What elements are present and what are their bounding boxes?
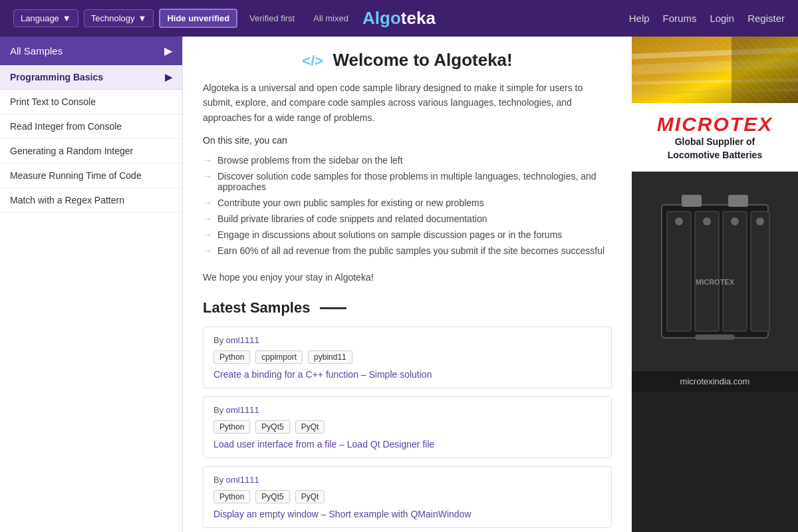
sample-tags-2: Python PyQt5 PyQt [213,420,601,434]
sample-author-link-3[interactable]: oml1111 [226,475,259,485]
chevron-right-icon: ▶ [164,45,172,57]
nav-forums[interactable]: Forums [663,13,697,24]
all-samples-label: All Samples [10,45,63,57]
tag-python: Python [213,350,250,364]
svg-text:MICROTEX: MICROTEX [696,278,735,286]
tag-pyqt5: PyQt5 [255,420,289,434]
tag-pybind11: pybind11 [308,350,352,364]
tag-python: Python [213,420,250,434]
logo-teka: teka [401,8,436,28]
sample-link-2: Load user interface from a file – Load Q… [213,439,601,450]
sample-title-link-2[interactable]: Load user interface from a file – Load Q… [213,439,434,450]
sidebar-item-label: Print Text to Console [10,96,96,107]
nav-login[interactable]: Login [710,13,734,24]
language-dropdown[interactable]: Language ▼ [13,9,78,27]
svg-point-16 [756,217,764,225]
arrow-icon: → [203,213,212,224]
main-layout: All Samples ▶ Programming Basics ▶ Print… [0,37,798,532]
tag-pyqt5: PyQt5 [255,490,289,503]
sidebar-item-label: Measure Running Time of Code [10,170,142,181]
sample-link-3: Display an empty window – Short example … [213,509,601,519]
header-left: Language ▼ Technology ▼ Hide unverified … [13,9,355,28]
feature-item-3: →Contribute your own public samples for … [203,195,612,211]
arrow-icon: → [203,155,212,166]
sample-title-link-3[interactable]: Display an empty window – Short example … [213,509,471,519]
arrow-icon: → [203,171,212,182]
technology-label: Technology [91,13,135,23]
sidebar-item-random-integer[interactable]: Generating a Random Integer [0,139,182,164]
nav-register[interactable]: Register [747,13,785,24]
header-nav: Help Forums Login Register [629,13,785,24]
by-label: By [213,335,223,345]
svg-line-4 [632,90,798,93]
svg-point-13 [675,217,683,225]
svg-line-2 [632,63,798,70]
svg-rect-0 [632,37,798,103]
sidebar-section-programming-basics[interactable]: Programming Basics ▶ [0,65,182,90]
ad-website: microtexindia.com [680,376,750,386]
sample-tags-3: Python PyQt5 PyQt [213,490,601,503]
by-label: By [213,405,223,415]
sidebar-item-label: Generating a Random Integer [10,146,133,156]
chevron-down-icon: ▼ [63,13,71,23]
all-mixed-button[interactable]: All mixed [307,10,355,27]
chevron-down-icon: ▼ [138,13,147,23]
ad-brand-name: MICROTEX [642,113,788,136]
sidebar-item-label: Read Integer from Console [10,121,122,132]
sample-card-2: By oml1111 Python PyQt5 PyQt Load user i… [203,396,612,458]
feature-text: Engage in discussions about solutions on… [217,229,562,240]
nav-help[interactable]: Help [629,13,650,24]
welcome-description: Algoteka is a universal and open code sa… [203,80,612,125]
sidebar-item-read-integer[interactable]: Read Integer from Console [0,114,182,139]
svg-line-1 [632,50,798,57]
header: Language ▼ Technology ▼ Hide unverified … [0,0,798,37]
tag-pyqt: PyQt [295,420,325,434]
hide-unverified-button[interactable]: Hide unverified [159,9,237,28]
feature-item-6: →Earn 60% of all ad revenue from the pub… [203,243,612,259]
feature-text: Browse problems from the sidebar on the … [217,155,403,166]
feature-item-4: →Build private libraries of code snippet… [203,211,612,227]
sample-author-link-1[interactable]: oml1111 [226,335,259,345]
sidebar-item-regex[interactable]: Match with a Regex Pattern [0,188,182,213]
tag-cppimport: cppimport [255,350,303,364]
feature-text: Build private libraries of code snippets… [217,213,487,224]
bracket-icon: </> [302,53,323,69]
hope-text: We hope you enjoy your stay in Algoteka! [203,272,612,283]
sidebar-all-samples[interactable]: All Samples ▶ [0,37,182,65]
feature-text: Earn 60% of all ad revenue from the publ… [217,245,604,256]
svg-rect-7 [682,195,702,207]
feature-text: Discover solution code samples for those… [217,171,612,192]
feature-list: →Browse problems from the sidebar on the… [203,152,612,259]
sample-tags-1: Python cppimport pybind11 [213,350,601,364]
verified-first-button[interactable]: Verified first [243,10,301,27]
on-this-site-label: On this site, you can [203,135,612,146]
ad-microtex-block: MICROTEX Global Supplier ofLocomotive Ba… [632,103,798,172]
svg-rect-9 [667,211,691,331]
sample-link-1: Create a binding for a C++ function – Si… [213,369,601,380]
technology-dropdown[interactable]: Technology ▼ [84,9,154,27]
ad-battery-image: MICROTEX [632,172,798,371]
sidebar-item-print-text[interactable]: Print Text to Console [0,90,182,114]
svg-rect-8 [728,195,748,207]
sample-by-2: By oml1111 [213,405,601,415]
svg-rect-11 [723,211,747,331]
site-logo: Algoteka [362,8,436,29]
feature-item-5: →Engage in discussions about solutions o… [203,227,612,243]
sample-author-link-2[interactable]: oml1111 [226,405,259,415]
language-label: Language [21,13,59,23]
ad-train-svg [632,37,798,103]
tag-pyqt: PyQt [295,490,325,503]
svg-line-3 [632,80,798,83]
arrow-icon: → [203,198,212,208]
svg-point-15 [731,217,739,225]
svg-rect-10 [695,211,719,331]
feature-item-2: →Discover solution code samples for thos… [203,168,612,195]
sample-card-1: By oml1111 Python cppimport pybind11 Cre… [203,327,612,388]
svg-rect-5 [732,37,798,103]
sidebar-item-label: Match with a Regex Pattern [10,195,124,205]
svg-rect-12 [751,211,769,331]
section-label: Programming Basics [10,72,103,82]
sidebar-item-running-time[interactable]: Measure Running Time of Code [0,164,182,188]
sample-title-link-1[interactable]: Create a binding for a C++ function – Si… [213,369,432,380]
svg-rect-18 [695,334,735,340]
